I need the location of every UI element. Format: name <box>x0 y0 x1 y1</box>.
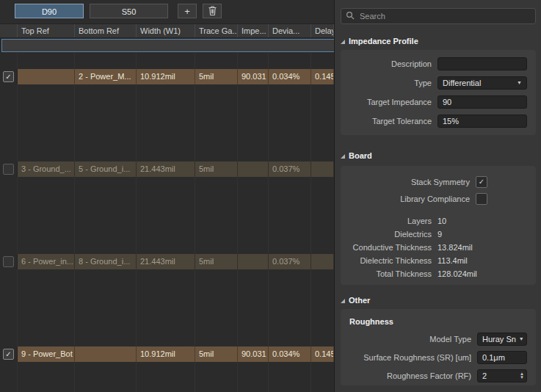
row-checkbox-cell <box>0 254 18 269</box>
table-filter-input[interactable] <box>1 39 338 52</box>
column-header-top-ref[interactable]: Top Ref <box>18 24 75 37</box>
cell-top-ref[interactable] <box>18 69 75 84</box>
table-row[interactable]: 6 - Power_in... 8 - Ground_i... 21.443mi… <box>0 254 334 269</box>
field-row-description: Description <box>341 54 536 73</box>
roughness-factor-stepper[interactable]: 2 ▲ ▼ <box>477 369 527 382</box>
field-label: Library Compliance <box>341 195 470 203</box>
tab-s50[interactable]: S50 <box>90 4 168 18</box>
column-header-impedance[interactable]: Impe... <box>238 24 269 37</box>
column-header-bottom-ref[interactable]: Bottom Ref <box>75 24 137 37</box>
check-row-library-compliance: Library Compliance <box>341 190 536 207</box>
surface-roughness-input[interactable]: 0.1μm <box>477 351 527 364</box>
row-checkbox[interactable] <box>3 164 14 175</box>
field-label: Target Tolerance <box>341 117 432 126</box>
cell-bottom-ref[interactable]: 5 - Ground_i... <box>75 161 137 177</box>
row-checkbox[interactable]: ✓ <box>3 71 14 82</box>
stack-symmetry-checkbox[interactable]: ✓ <box>476 176 487 188</box>
stepper-arrows[interactable]: ▲ ▼ <box>520 372 524 380</box>
impedance-profile-group: Description Type Differential ▼ Target I… <box>341 50 536 135</box>
cell-trace-gap[interactable]: 5mil <box>195 161 238 177</box>
stat-label: Conductive Thickness <box>341 243 432 252</box>
row-checkbox[interactable] <box>3 256 14 267</box>
cell-bottom-ref[interactable]: 2 - Power_M... <box>75 69 137 84</box>
tab-d90[interactable]: D90 <box>15 4 84 18</box>
cell-top-ref[interactable]: 6 - Power_in... <box>18 254 75 269</box>
target-tolerance-input[interactable]: 15% <box>437 115 527 128</box>
delete-profile-button[interactable] <box>203 4 222 18</box>
cell-impedance[interactable]: 90.031 <box>238 346 269 362</box>
cell-trace-gap[interactable]: 5mil <box>195 69 238 84</box>
stat-label: Total Thickness <box>341 269 432 278</box>
stat-row-dielectrics: Dielectrics 9 <box>341 228 536 241</box>
cell-deviation[interactable]: 0.034% <box>269 69 311 84</box>
cell-trace-gap[interactable]: 5mil <box>195 254 238 269</box>
column-header-select[interactable] <box>0 24 18 37</box>
check-icon: ✓ <box>5 346 11 362</box>
field-label: Model Type <box>341 335 471 344</box>
section-title: Board <box>349 151 372 160</box>
collapse-icon <box>341 299 345 303</box>
add-profile-button[interactable]: + <box>178 4 197 18</box>
spinner-down-icon[interactable]: ▼ <box>520 376 524 380</box>
chevron-down-icon: ▼ <box>519 333 524 345</box>
column-header-delay[interactable]: Delay <box>311 24 334 37</box>
check-row-stack-symmetry: Stack Symmetry ✓ <box>341 173 536 190</box>
section-title: Other <box>349 296 370 305</box>
column-header-width[interactable]: Width (W1) <box>137 24 195 37</box>
cell-top-ref[interactable]: 9 - Power_Bot <box>18 346 75 362</box>
cell-deviation[interactable]: 0.034% <box>269 346 311 362</box>
impedance-profile-view: D90 S50 + Top Ref Bottom Ref Width (W1) … <box>0 0 541 392</box>
cell-impedance[interactable] <box>238 161 269 177</box>
cell-delay[interactable]: 0.145 <box>311 346 334 362</box>
cell-width[interactable]: 10.912mil <box>137 69 195 84</box>
cell-trace-gap[interactable]: 5mil <box>195 346 238 362</box>
table-row[interactable]: 3 - Ground_... 5 - Ground_i... 21.443mil… <box>0 161 334 177</box>
cell-deviation[interactable]: 0.037% <box>269 161 311 177</box>
check-icon: ✓ <box>479 178 484 186</box>
section-header-board[interactable]: Board <box>341 151 372 160</box>
target-impedance-input[interactable]: 90 <box>437 95 527 109</box>
cell-deviation[interactable]: 0.037% <box>269 254 311 269</box>
model-type-dropdown[interactable]: Huray Sn ▼ <box>477 333 527 346</box>
table-body: ✓ 2 - Power_M... 10.912mil 5mil 90.031 0… <box>0 53 334 392</box>
table-header-row: Top Ref Bottom Ref Width (W1) Trace Ga..… <box>0 24 334 38</box>
column-header-deviation[interactable]: Devia... <box>269 24 311 37</box>
search-icon <box>346 11 355 21</box>
search-input[interactable] <box>358 11 531 21</box>
stat-label: Layers <box>341 217 432 225</box>
cell-width[interactable]: 10.912mil <box>137 346 195 362</box>
section-header-impedance-profile[interactable]: Impedance Profile <box>341 37 418 46</box>
section-header-other[interactable]: Other <box>341 296 370 305</box>
table-row[interactable]: ✓ 9 - Power_Bot 10.912mil 5mil 90.031 0.… <box>0 346 334 362</box>
table-row[interactable]: ✓ 2 - Power_M... 10.912mil 5mil 90.031 0… <box>0 69 334 84</box>
cell-bottom-ref[interactable] <box>75 346 137 362</box>
cell-impedance[interactable] <box>238 254 269 269</box>
field-row-roughness-factor: Roughness Factor (RF) 2 ▲ ▼ <box>341 366 536 385</box>
field-label: Stack Symmetry <box>341 178 470 186</box>
stat-label: Dielectrics <box>341 230 432 239</box>
type-dropdown[interactable]: Differential ▼ <box>437 76 527 90</box>
field-row-target-impedance: Target Impedance 90 <box>341 92 536 112</box>
cell-impedance[interactable]: 90.031 <box>238 69 269 84</box>
stat-value: 128.024mil <box>437 269 477 278</box>
cell-top-ref[interactable]: 3 - Ground_... <box>18 161 75 177</box>
row-checkbox[interactable]: ✓ <box>3 349 14 360</box>
field-label: Description <box>341 59 432 68</box>
properties-panel: Impedance Profile Description Type Diffe… <box>334 0 541 392</box>
field-row-model-type: Model Type Huray Sn ▼ <box>341 330 536 348</box>
roughness-subheader: Roughness <box>341 315 536 330</box>
library-compliance-checkbox[interactable] <box>476 193 487 205</box>
cell-width[interactable]: 21.443mil <box>137 161 195 177</box>
cell-width[interactable]: 21.443mil <box>137 254 195 269</box>
search-box[interactable] <box>341 8 536 24</box>
cell-bottom-ref[interactable]: 8 - Ground_i... <box>75 254 137 269</box>
column-header-trace-gap[interactable]: Trace Ga... <box>195 24 238 37</box>
board-group: Stack Symmetry ✓ Library Compliance Laye… <box>341 166 536 285</box>
spacer <box>341 207 536 214</box>
description-input[interactable] <box>437 57 527 70</box>
cell-delay[interactable] <box>311 161 334 177</box>
field-row-surface-roughness: Surface Roughness (SR) [um] 0.1μm <box>341 348 536 366</box>
stat-value: 113.4mil <box>437 256 468 265</box>
cell-delay[interactable] <box>311 254 334 269</box>
cell-delay[interactable]: 0.145 <box>311 69 334 84</box>
